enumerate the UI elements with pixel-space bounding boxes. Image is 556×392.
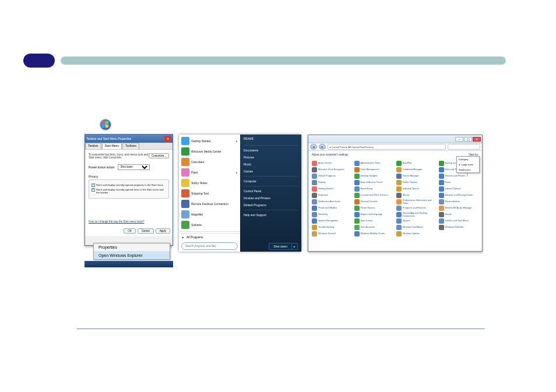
control-panel-item[interactable]: RemoteApp and Desktop Connections	[396, 212, 437, 217]
control-panel-item[interactable]: Getting Started	[312, 186, 352, 192]
control-panel-item[interactable]: Windows Update	[396, 231, 437, 236]
control-panel-item[interactable]: Programs and Features	[396, 206, 437, 211]
control-panel-item[interactable]: AutoPlay	[396, 161, 437, 166]
control-panel-item[interactable]: Location and Other Sensors	[354, 193, 395, 198]
cp-item-label: Sync Center	[361, 220, 373, 222]
tab-toolbars[interactable]: Toolbars	[122, 143, 139, 149]
help-link[interactable]: How do I change the way the Start menu l…	[89, 220, 145, 223]
control-panel-item[interactable]: Color Management	[354, 167, 395, 172]
apply-button[interactable]: Apply	[156, 228, 170, 234]
close-icon[interactable]: ✕	[164, 136, 171, 142]
control-panel-item[interactable]: Windows Mobility Center	[354, 231, 395, 236]
search-input[interactable]: Search programs and files	[181, 242, 238, 250]
cp-item-label: Performance Information and Tools	[403, 199, 437, 204]
context-item-open-explorer[interactable]: Open Windows Explorer	[94, 252, 170, 259]
control-panel-item[interactable]: Devices and Printers	[439, 174, 479, 179]
start-menu-program[interactable]: Remote Desktop Connection	[179, 199, 240, 209]
control-panel-item[interactable]: Realtek HD Audio Manager	[439, 206, 479, 211]
shutdown-options-icon[interactable]: ▸	[292, 243, 298, 250]
all-programs[interactable]: ▸ All Programs	[179, 233, 240, 241]
taskbar-properties-dialog: Taskbar and Start Menu Properties ✕ Task…	[85, 134, 173, 246]
customize-button[interactable]: Customize...	[149, 153, 169, 158]
control-panel-item[interactable]: Personalization	[439, 199, 479, 204]
dialog-tabs: Taskbar Start Menu Toolbars	[85, 143, 173, 150]
control-panel-item[interactable]: Windows Firewall	[312, 231, 352, 236]
cancel-button[interactable]: Cancel	[138, 228, 154, 234]
power-button-select[interactable]: Shut down	[118, 164, 150, 170]
start-menu-right-item[interactable]: Devices and Printers	[240, 195, 301, 202]
cp-item-label: Network and Sharing Center	[445, 194, 473, 196]
control-panel-item[interactable]: HomeGroup	[354, 186, 395, 192]
control-panel-item[interactable]: Region and Language	[354, 212, 395, 217]
control-panel-item[interactable]: Notification Area Icons	[312, 199, 352, 204]
start-menu-program[interactable]: Calculator	[179, 157, 240, 167]
control-panel-item[interactable]: Windows Defender	[439, 225, 479, 230]
control-panel-item[interactable]: Parental Controls	[354, 199, 395, 204]
control-panel-item[interactable]: Performance Information and Tools	[396, 199, 437, 204]
start-menu-program[interactable]: Getting Started▸	[179, 136, 240, 146]
control-panel-item[interactable]: Taskbar and Start Menu	[439, 218, 479, 224]
control-panel-item[interactable]: Default Programs	[312, 174, 352, 179]
start-menu-right-item[interactable]: Games	[240, 168, 301, 175]
back-icon[interactable]: ◄	[310, 144, 317, 150]
start-menu-program[interactable]: Sticky Notes	[179, 178, 240, 188]
tab-start-menu[interactable]: Start Menu	[102, 143, 122, 149]
control-panel-item[interactable]: Speech Recognition	[312, 218, 352, 224]
control-panel-item[interactable]: Troubleshooting	[312, 225, 352, 230]
shutdown-button[interactable]: Shut down	[269, 243, 292, 250]
control-panel-item[interactable]: Mouse	[396, 193, 437, 198]
control-panel-item[interactable]: Indexing Options	[396, 186, 437, 192]
control-panel-item[interactable]: Folder Options	[396, 180, 437, 185]
maximize-icon[interactable]: ▢	[464, 137, 472, 142]
user-name[interactable]: RDWS	[240, 135, 301, 144]
control-panel-item[interactable]: Sound	[439, 212, 479, 217]
start-menu-right-item[interactable]: Pictures	[240, 154, 301, 161]
breadcrumb[interactable]: ▸ Control Panel ▸ All Control Panel Item…	[328, 144, 446, 150]
control-panel-item[interactable]: Power Options	[354, 206, 395, 211]
control-panel-item[interactable]: Sync Center	[354, 218, 395, 224]
checkbox-icon[interactable]: ✓	[92, 183, 95, 187]
control-panel-item[interactable]: Network and Sharing Center	[439, 193, 479, 198]
view-small-icons[interactable]: Small icons	[457, 167, 479, 172]
start-menu-program[interactable]: Magnifier	[179, 209, 240, 220]
start-menu-right-item[interactable]: Music	[240, 161, 301, 168]
control-panel-item[interactable]: Credential Manager	[396, 167, 437, 172]
close-icon[interactable]: ✕	[473, 137, 481, 142]
control-panel-item[interactable]: Fonts	[439, 180, 479, 185]
ok-button[interactable]: OK	[124, 228, 136, 234]
start-menu-program[interactable]: Solitaire	[179, 220, 240, 230]
start-menu-program[interactable]: Windows Media Center	[179, 146, 240, 157]
teal-pill-bar	[61, 56, 506, 65]
start-menu-right-item[interactable]: Default Programs	[240, 202, 301, 209]
control-panel-item[interactable]: Ease of Access Center	[354, 180, 395, 185]
control-panel-item[interactable]: Display	[312, 180, 352, 185]
start-menu-program[interactable]: Paint▸	[179, 167, 240, 178]
checkbox-icon[interactable]: ✓	[92, 188, 95, 192]
context-item-properties[interactable]: Properties	[94, 243, 170, 252]
start-menu-right-item[interactable]: Help and Support	[240, 211, 301, 218]
start-menu-program[interactable]: Snipping Tool	[179, 188, 240, 199]
control-panel-item[interactable]: Keyboard	[312, 193, 352, 198]
minimize-icon[interactable]: –	[455, 137, 463, 142]
control-panel-item[interactable]: Action Center	[312, 161, 352, 166]
control-panel-item[interactable]: Internet Options	[439, 186, 479, 192]
start-menu-right-item[interactable]: Control Panel	[240, 188, 301, 195]
cp-item-icon	[396, 161, 402, 166]
control-panel-item[interactable]: Windows CardSpace	[396, 225, 437, 230]
control-panel-item[interactable]: Phone and Modem	[312, 206, 352, 211]
start-menu-right-item[interactable]: Documents	[240, 147, 301, 154]
control-panel-item[interactable]: BitLocker Drive Encryption	[312, 167, 352, 172]
view-large-icons[interactable]: Large icons	[457, 162, 479, 167]
cp-item-icon	[396, 174, 402, 179]
view-category[interactable]: Category	[457, 157, 479, 162]
control-panel-item[interactable]: Desktop Gadgets	[354, 174, 395, 179]
forward-icon[interactable]: ►	[319, 144, 326, 150]
control-panel-item[interactable]: Recovery	[312, 212, 352, 217]
search-input[interactable]	[448, 144, 480, 150]
control-panel-item[interactable]: System	[396, 218, 437, 224]
control-panel-item[interactable]: Administrative Tools	[354, 161, 395, 166]
start-menu-right-item[interactable]: Computer	[240, 178, 301, 185]
control-panel-item[interactable]: Device Manager	[396, 174, 437, 179]
control-panel-item[interactable]: User Accounts	[354, 225, 395, 230]
tab-taskbar[interactable]: Taskbar	[85, 143, 101, 149]
